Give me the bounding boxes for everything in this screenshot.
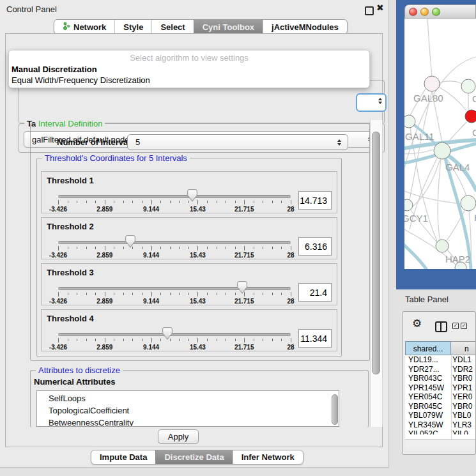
threshold-slider[interactable]: -3.4262.8599.14415.4321.71528 <box>58 188 291 213</box>
cell-shared-name[interactable]: YBR043C <box>408 374 442 383</box>
table-hscrollbar-track[interactable] <box>405 439 475 448</box>
numerical-attributes-list[interactable]: SelfLoopsTopologicalCoefficientBetweenne… <box>36 390 339 427</box>
table-body[interactable]: YDL19...YDL1YDR27...YDR2YBR043CYBR0YPR14… <box>405 355 475 434</box>
slider-tick <box>58 292 59 296</box>
slider-track[interactable] <box>58 333 291 336</box>
tab-cyni-toolbox[interactable]: Cyni Toolbox <box>194 20 263 34</box>
threshold-2-slider-handle[interactable] <box>125 235 135 248</box>
cell-shared-name[interactable]: YLR345W <box>408 420 443 430</box>
table-row[interactable]: YBR045CYBR0 <box>405 402 475 411</box>
cell-shared-name[interactable]: YPR145W <box>408 383 444 393</box>
network-node[interactable] <box>465 110 476 123</box>
zoom-traffic-light-icon[interactable] <box>432 8 440 16</box>
algorithm-option-manual-discretization[interactable]: Manual Discretization <box>12 65 97 74</box>
cell-name[interactable]: YER0 <box>452 392 472 402</box>
table-row[interactable]: YER054CYER0 <box>405 392 475 402</box>
tab-style[interactable]: Style <box>114 20 151 34</box>
threshold-label: Threshold 3 <box>47 268 94 277</box>
network-node[interactable] <box>436 240 449 252</box>
threshold-4-slider-handle[interactable] <box>162 327 173 340</box>
threshold-2-value-field[interactable]: 6.316 <box>298 237 332 256</box>
table-row[interactable]: YLR345WYLR3 <box>405 420 475 430</box>
threshold-slider[interactable]: -3.4262.8599.14415.4321.71528 <box>58 326 291 351</box>
gear-icon[interactable]: ⚙ <box>412 318 422 329</box>
cell-name[interactable]: YIL0 <box>452 429 468 434</box>
table-header-name[interactable]: n <box>451 341 475 355</box>
float-window-icon[interactable] <box>365 6 374 15</box>
table-row[interactable]: YDR27...YDR2 <box>405 365 475 374</box>
checkbox-icon[interactable]: ✓ <box>461 323 467 329</box>
network-node[interactable] <box>424 76 440 91</box>
slider-track[interactable] <box>58 195 291 198</box>
table-row[interactable]: YBR043CYBR0 <box>405 374 475 383</box>
threshold-3-value-field[interactable]: 21.4 <box>298 283 332 302</box>
table-row[interactable]: YDL19...YDL1 <box>405 355 475 365</box>
cell-shared-name[interactable]: YER054C <box>408 392 442 402</box>
slider-track[interactable] <box>58 287 291 290</box>
algorithm-option-equal-width-frequency-discretization[interactable]: Equal Width/Frequency Discretization <box>12 75 150 85</box>
cell-shared-name[interactable]: YBL079W <box>408 411 443 420</box>
attribute-item-topologicalcoefficient[interactable]: TopologicalCoefficient <box>37 404 339 417</box>
checkbox-icon[interactable]: ✓ <box>452 323 459 329</box>
cell-name[interactable]: YBL0 <box>452 411 471 420</box>
list-scrollbar-thumb[interactable] <box>332 394 338 425</box>
slider-tick <box>226 201 226 203</box>
tab-network[interactable]: Network <box>54 20 114 34</box>
table-header-shared-name[interactable]: shared... <box>405 341 451 355</box>
slider-tick-label: 28 <box>287 344 294 351</box>
cell-name[interactable]: YPR1 <box>452 383 472 393</box>
network-node[interactable] <box>461 79 475 93</box>
slider-tick <box>207 339 208 341</box>
column-layout-icon[interactable] <box>435 321 447 332</box>
threshold-1-value-field[interactable]: 14.713 <box>298 191 332 210</box>
slider-track[interactable] <box>58 241 291 244</box>
window-title: Control Panel <box>6 4 57 14</box>
cell-name[interactable]: YBR0 <box>452 402 472 411</box>
cell-shared-name[interactable]: YBR045C <box>408 402 442 411</box>
table-row[interactable]: YIL052CYIL0 <box>405 429 475 434</box>
slider-tick <box>263 201 263 203</box>
close-icon[interactable]: ✖ <box>376 3 384 13</box>
threshold-slider[interactable]: -3.4262.8599.14415.4321.71528 <box>58 280 291 305</box>
minimize-traffic-light-icon[interactable] <box>420 8 429 16</box>
close-traffic-light-icon[interactable] <box>409 8 417 16</box>
threshold-slider[interactable]: -3.4262.8599.14415.4321.71528 <box>58 234 291 259</box>
cell-shared-name[interactable]: YDL19... <box>408 355 438 365</box>
cell-name[interactable]: YDL1 <box>452 355 472 365</box>
algorithm-combobox[interactable] <box>356 93 387 112</box>
network-edge <box>440 81 463 84</box>
table-row[interactable]: YPR145WYPR1 <box>405 383 475 393</box>
network-canvas[interactable]: GAL80GGAL11CGAL4GCY1HHAP2 <box>404 19 476 269</box>
cell-name[interactable]: YBR0 <box>452 374 472 383</box>
number-of-intervals-combobox[interactable]: 5 <box>127 134 348 150</box>
slider-tick <box>114 293 114 295</box>
slider-tick <box>160 201 161 203</box>
cell-shared-name[interactable]: YIL052C <box>408 429 438 434</box>
slider-tick <box>123 293 124 295</box>
threshold-1-slider-handle[interactable] <box>187 189 197 202</box>
tab-infer-network[interactable]: Infer Network <box>233 450 303 464</box>
cell-name[interactable]: YDR2 <box>452 365 473 374</box>
network-node[interactable] <box>404 199 413 211</box>
main-scrollbar-track[interactable] <box>370 120 383 427</box>
attribute-item-betweennesscentrality[interactable]: BetweennessCentrality <box>37 417 339 427</box>
tab-impute-data[interactable]: Impute Data <box>91 450 155 464</box>
slider-tick <box>188 339 189 341</box>
cell-shared-name[interactable]: YDR27... <box>408 365 440 374</box>
apply-button[interactable]: Apply <box>158 429 199 444</box>
tab-select[interactable]: Select <box>151 20 193 34</box>
main-scrollbar-thumb[interactable] <box>372 132 380 374</box>
threshold-3-slider-handle[interactable] <box>237 281 247 294</box>
cell-name[interactable]: YLR3 <box>452 420 472 430</box>
threshold-4-value-field[interactable]: 11.344 <box>298 329 332 348</box>
network-window-titlebar[interactable] <box>404 4 476 19</box>
table-row[interactable]: YBL079WYBL0 <box>405 411 475 420</box>
threshold-label: Threshold 1 <box>47 176 94 185</box>
tab-discretize-data[interactable]: Discretize Data <box>155 450 232 464</box>
attribute-item-selfloops[interactable]: SelfLoops <box>37 392 339 404</box>
tab-content-panel: Discretization Algorithm Table Data galF… <box>5 33 383 447</box>
network-node[interactable] <box>461 196 476 211</box>
network-node[interactable] <box>404 115 415 128</box>
tab-jactivemnodules[interactable]: jActiveMNodules <box>263 20 347 34</box>
network-node[interactable] <box>434 142 450 159</box>
